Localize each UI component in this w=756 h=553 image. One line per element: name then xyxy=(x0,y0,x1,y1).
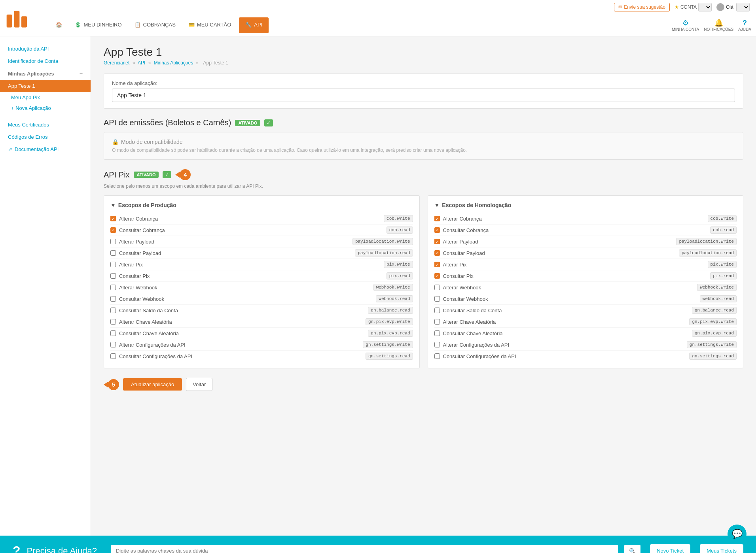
checkbox-checked[interactable] xyxy=(434,216,440,221)
sidebar-section-minhas-apps[interactable]: Minhas Aplicações − xyxy=(0,67,91,80)
sidebar-app-teste-1-label: App Teste 1 xyxy=(8,83,35,89)
novo-ticket-button[interactable]: Novo Ticket xyxy=(650,544,690,553)
nav-meu-cartao[interactable]: 💳 MEU CARTÃO xyxy=(182,14,237,36)
back-button[interactable]: Voltar xyxy=(186,378,212,391)
scope-label: Alterar Payload xyxy=(443,239,478,245)
checkbox-checked[interactable] xyxy=(434,250,440,256)
sidebar-item-intro[interactable]: Introdução da API xyxy=(0,43,91,55)
help-search-input[interactable] xyxy=(111,545,618,553)
help-search-button[interactable]: 🔍 xyxy=(624,545,640,553)
table-row: Consultar Chave Aleatóriagn.pix.evp.read xyxy=(110,328,413,339)
scope-badge: pix.read xyxy=(710,272,737,279)
update-button[interactable]: Atualizar aplicação xyxy=(123,378,182,391)
breadcrumb-api[interactable]: API xyxy=(138,60,145,66)
external-link-icon: ↗ xyxy=(8,146,12,152)
table-row: Alterar Webhookwebhook.write xyxy=(434,282,737,293)
table-row: Alterar Payloadpayloadlocation.write xyxy=(434,236,737,247)
scope-badge: gn.settings.read xyxy=(689,353,737,360)
nav-api[interactable]: 🔧 API xyxy=(239,17,269,33)
scope-checkbox[interactable] xyxy=(110,262,116,267)
scope-badge: gn.settings.write xyxy=(687,341,737,348)
meu-cartao-icon: 💳 xyxy=(188,22,195,28)
conta-select[interactable] xyxy=(698,3,712,11)
checkbox-checked[interactable] xyxy=(434,227,440,233)
user-select[interactable] xyxy=(736,3,750,11)
api-pix-note: Selecione pelo menos um escopo em cada a… xyxy=(104,183,743,189)
scope-checkbox[interactable] xyxy=(434,319,440,325)
scope-checkbox[interactable] xyxy=(110,308,116,313)
scope-label: Consultar Configurações da API xyxy=(443,353,516,359)
nav-notificacoes[interactable]: 🔔 NOTIFICAÇÕES xyxy=(704,19,733,32)
scope-checkbox[interactable] xyxy=(434,342,440,347)
breadcrumb-minhas-apps[interactable]: Minhas Aplicações xyxy=(154,60,193,66)
scope-checkbox[interactable] xyxy=(434,353,440,359)
scope-badge: gn.pix.evp.write xyxy=(366,318,413,325)
nav-cobrancas[interactable]: 📋 COBRANÇAS xyxy=(128,14,182,36)
nav-home[interactable]: 🏠 xyxy=(49,14,68,36)
checkbox-checked[interactable] xyxy=(110,216,116,221)
scope-badge: gn.settings.read xyxy=(366,353,413,360)
sidebar-identificador-label: Identificador de Conta xyxy=(8,58,58,64)
scope-checkbox[interactable] xyxy=(110,342,116,347)
scope-producao-title: ▼ Escopos de Produção xyxy=(110,202,413,208)
scope-label: Consultar Cobrança xyxy=(443,227,489,233)
scope-badge: pix.write xyxy=(708,261,737,268)
scope-badge: payloadlocation.write xyxy=(676,238,737,245)
scope-checkbox[interactable] xyxy=(434,330,440,336)
scope-badge: gn.pix.evp.read xyxy=(692,330,737,337)
scope-checkbox[interactable] xyxy=(110,239,116,244)
scope-checkbox[interactable] xyxy=(110,285,116,290)
chat-button[interactable]: 💬 xyxy=(728,525,747,544)
sidebar-item-nova-aplicacao[interactable]: + Nova Aplicação xyxy=(0,103,91,113)
gear-icon: ⚙ xyxy=(682,19,689,27)
search-icon: 🔍 xyxy=(629,548,636,553)
breadcrumb-gerencianet[interactable]: Gerencianet xyxy=(104,60,129,66)
sidebar-intro-label: Introdução da API xyxy=(8,46,49,52)
breadcrumb-current: App Teste 1 xyxy=(203,60,228,66)
scope-checkbox[interactable] xyxy=(434,308,440,313)
sidebar-item-meu-app-pix[interactable]: Meu App Pix xyxy=(0,92,91,103)
scope-checkbox[interactable] xyxy=(110,353,116,359)
scope-label: Alterar Configurações da API xyxy=(443,342,510,348)
checkbox-checked[interactable] xyxy=(434,273,440,279)
nav-meu-dinheiro[interactable]: 💲 MEU DINHEIRO xyxy=(68,14,128,36)
api-emissoes-toggle[interactable]: ✓ xyxy=(264,119,273,126)
sidebar-item-identificador[interactable]: Identificador de Conta xyxy=(0,55,91,67)
scope-label: Alterar Webhook xyxy=(119,285,157,291)
scope-checkbox[interactable] xyxy=(110,319,116,325)
checkbox-checked[interactable] xyxy=(110,227,116,233)
nav-minha-conta[interactable]: ⚙ MINHA CONTA xyxy=(672,19,699,32)
api-pix-toggle[interactable]: ✓ xyxy=(163,171,171,178)
meus-tickets-button[interactable]: Meus Tickets xyxy=(700,544,743,553)
table-row: Consultar Cobrançacob.read xyxy=(110,225,413,236)
table-row: Consultar Webhookwebhook.read xyxy=(110,293,413,305)
table-row: Consultar Pixpix.read xyxy=(110,270,413,282)
table-row: Alterar Cobrançacob.write xyxy=(434,213,737,225)
nav-ajuda[interactable]: ? AJUDA xyxy=(738,19,751,32)
suggestion-button[interactable]: ✉ Envie sua sugestão xyxy=(614,3,670,11)
scope-checkbox[interactable] xyxy=(434,296,440,302)
scope-checkbox[interactable] xyxy=(434,285,440,290)
sidebar-item-meus-certificados[interactable]: Meus Certificados xyxy=(0,119,91,131)
scope-badge: webhook.read xyxy=(376,295,413,302)
sidebar-item-codigos-erros[interactable]: Códigos de Erros xyxy=(0,131,91,143)
checkbox-checked[interactable] xyxy=(434,262,440,267)
api-pix-status: ATIVADO xyxy=(134,172,159,178)
scope-checkbox[interactable] xyxy=(110,330,116,336)
scope-label: Consultar Cobrança xyxy=(119,227,165,233)
producao-rows: Alterar Cobrançacob.writeConsultar Cobra… xyxy=(110,213,413,362)
checkbox-checked[interactable] xyxy=(434,239,440,244)
scope-checkbox[interactable] xyxy=(110,250,116,256)
scope-badge: payloadlocation.read xyxy=(355,249,413,257)
api-pix-title: API Pix xyxy=(104,170,130,179)
scope-checkbox[interactable] xyxy=(110,273,116,279)
scopes-wrapper: ▼ Escopos de Produção Alterar Cobrançaco… xyxy=(104,195,743,368)
app-name-input[interactable] xyxy=(112,89,735,102)
annotation-4: 4 xyxy=(175,169,191,180)
homologacao-rows: Alterar Cobrançacob.writeConsultar Cobra… xyxy=(434,213,737,362)
sidebar-item-documentacao[interactable]: ↗ Documentação API xyxy=(0,143,91,155)
back-label: Voltar xyxy=(193,381,206,387)
sidebar-item-app-teste-1[interactable]: App Teste 1 xyxy=(0,80,91,92)
scope-checkbox[interactable] xyxy=(110,296,116,302)
action-row: 5 Atualizar aplicação Voltar xyxy=(104,378,743,391)
